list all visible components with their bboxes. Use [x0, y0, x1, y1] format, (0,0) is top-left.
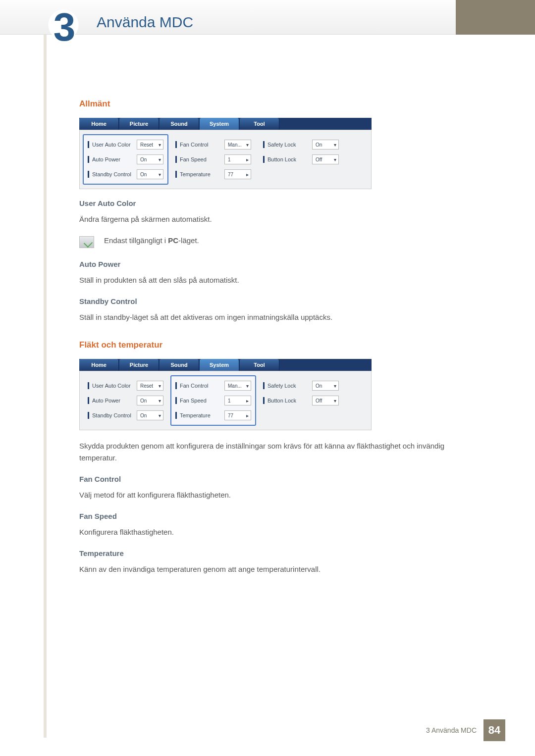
text-fan-control: Välj metod för att konfigurera fläkthast… [79, 489, 466, 501]
label: Auto Power [92, 156, 137, 162]
chevron-right-icon: ▸ [246, 398, 249, 403]
caret-down-icon: ▾ [159, 398, 161, 403]
label: Safety Lock [268, 142, 312, 148]
tab-system[interactable]: System [200, 359, 239, 371]
label: Fan Speed [180, 398, 224, 403]
tick-icon [88, 412, 89, 419]
tick-icon [263, 382, 265, 389]
tab-bar: Home Picture Sound System Tool [79, 359, 372, 371]
note: Endast tillgängligt i PC-läget. [79, 236, 466, 248]
row-temperature: Temperature77▸ [175, 409, 251, 422]
tick-icon [263, 141, 265, 148]
spinner-temperature[interactable]: 77▸ [224, 169, 251, 179]
dropdown-auto-power[interactable]: On▾ [137, 154, 163, 164]
tick-icon [88, 141, 89, 148]
label: Fan Control [180, 383, 224, 389]
caret-down-icon: ▾ [159, 172, 161, 177]
note-icon [79, 236, 94, 248]
subheading-standby-control: Standby Control [79, 297, 466, 305]
tab-tool[interactable]: Tool [240, 359, 279, 371]
dropdown-user-auto-color[interactable]: Reset▾ [137, 381, 163, 391]
dropdown-standby-control[interactable]: On▾ [137, 169, 163, 179]
tick-icon [175, 171, 177, 178]
tick-icon [175, 382, 177, 389]
subheading-fan-control: Fan Control [79, 475, 466, 483]
spinner-fan-speed[interactable]: 1▸ [224, 154, 251, 164]
section-heading-allmant: Allmänt [79, 99, 466, 109]
panel-col-fan: Fan ControlMan...▾ Fan Speed1▸ Temperatu… [170, 134, 256, 185]
label: Standby Control [92, 412, 137, 418]
row-button-lock: Button LockOff▾ [263, 153, 339, 166]
text-fan-speed: Konfigurera fläkthastigheten. [79, 526, 466, 538]
footer-text: 3 Använda MDC [426, 726, 477, 734]
text-temperature: Känn av den invändiga temperaturen genom… [79, 563, 466, 575]
label: Safety Lock [268, 383, 312, 389]
caret-down-icon: ▾ [159, 413, 161, 418]
subheading-fan-speed: Fan Speed [79, 512, 466, 520]
label: Standby Control [92, 171, 137, 177]
dropdown-standby-control[interactable]: On▾ [137, 410, 163, 420]
caret-down-icon: ▾ [159, 142, 161, 148]
dropdown-button-lock[interactable]: Off▾ [312, 154, 339, 164]
label: Temperature [180, 412, 224, 418]
tab-home[interactable]: Home [79, 118, 119, 130]
tab-home[interactable]: Home [79, 359, 119, 371]
spinner-fan-speed[interactable]: 1▸ [224, 396, 251, 405]
row-user-auto-color: User Auto ColorReset▾ [88, 379, 163, 392]
panel-col-fan: Fan ControlMan...▾ Fan Speed1▸ Temperatu… [170, 375, 256, 426]
label: Button Lock [268, 398, 312, 403]
tab-picture[interactable]: Picture [119, 118, 159, 130]
note-text: Endast tillgängligt i PC-läget. [104, 236, 199, 245]
dropdown-fan-control[interactable]: Man...▾ [224, 140, 251, 150]
tick-icon [88, 382, 89, 389]
panel-col-general: User Auto ColorReset▾ Auto PowerOn▾ Stan… [83, 375, 168, 426]
tick-icon [88, 397, 89, 404]
panel-col-general: User Auto ColorReset▾ Auto PowerOn▾ Stan… [83, 134, 168, 185]
content: Allmänt Home Picture Sound System Tool U… [79, 99, 466, 586]
caret-down-icon: ▾ [159, 383, 161, 389]
label: Button Lock [268, 156, 312, 162]
text-flakt-intro: Skydda produkten genom att konfigurera d… [79, 440, 466, 464]
chevron-right-icon: ▸ [246, 157, 249, 162]
caret-down-icon: ▾ [334, 383, 336, 389]
panel-col-lock: Safety LockOn▾ Button LockOff▾ [258, 134, 344, 185]
header-accent [456, 0, 535, 35]
tick-icon [175, 141, 177, 148]
row-user-auto-color: User Auto ColorReset▾ [88, 138, 163, 151]
dropdown-safety-lock[interactable]: On▾ [312, 140, 339, 150]
tab-system[interactable]: System [200, 118, 239, 130]
text-auto-power: Ställ in produkten så att den slås på au… [79, 274, 466, 286]
tick-icon [88, 171, 89, 178]
dropdown-safety-lock[interactable]: On▾ [312, 381, 339, 391]
tick-icon [175, 397, 177, 404]
row-fan-speed: Fan Speed1▸ [175, 153, 251, 166]
row-temperature: Temperature77▸ [175, 168, 251, 181]
dropdown-auto-power[interactable]: On▾ [137, 396, 163, 405]
caret-down-icon: ▾ [334, 142, 336, 148]
text-user-auto-color: Ändra färgerna på skärmen automatiskt. [79, 213, 466, 225]
system-panel-screenshot-1: Home Picture Sound System Tool User Auto… [79, 118, 372, 189]
tab-tool[interactable]: Tool [240, 118, 279, 130]
caret-down-icon: ▾ [159, 157, 161, 162]
tab-sound[interactable]: Sound [160, 359, 199, 371]
tab-picture[interactable]: Picture [119, 359, 159, 371]
section-heading-flakt: Fläkt och temperatur [79, 340, 466, 350]
row-fan-control: Fan ControlMan...▾ [175, 138, 251, 151]
dropdown-user-auto-color[interactable]: Reset▾ [137, 140, 163, 150]
chapter-number: 3 [47, 0, 82, 54]
subheading-user-auto-color: User Auto Color [79, 199, 466, 207]
row-safety-lock: Safety LockOn▾ [263, 138, 339, 151]
system-panel-screenshot-2: Home Picture Sound System Tool User Auto… [79, 359, 372, 430]
chevron-right-icon: ▸ [246, 413, 249, 418]
tick-icon [175, 156, 177, 163]
dropdown-fan-control[interactable]: Man...▾ [224, 381, 251, 391]
left-rule [44, 35, 47, 738]
dropdown-button-lock[interactable]: Off▾ [312, 396, 339, 405]
spinner-temperature[interactable]: 77▸ [224, 410, 251, 420]
page-number: 84 [483, 719, 505, 741]
row-auto-power: Auto PowerOn▾ [88, 394, 163, 407]
label: User Auto Color [92, 383, 137, 389]
label: Temperature [180, 171, 224, 177]
tab-sound[interactable]: Sound [160, 118, 199, 130]
tab-bar: Home Picture Sound System Tool [79, 118, 372, 130]
